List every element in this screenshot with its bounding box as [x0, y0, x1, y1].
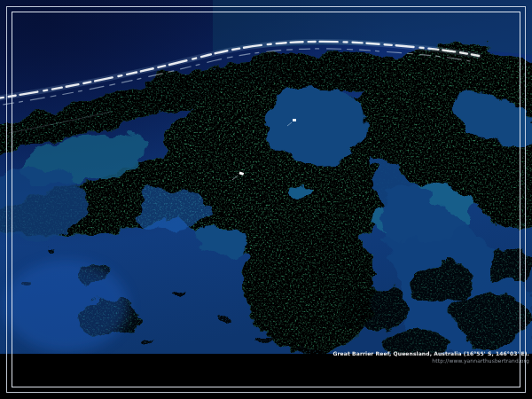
desktop-wallpaper: Great Barrier Reef, Queensland, Australi…: [0, 0, 532, 399]
photo-caption: Great Barrier Reef, Queensland, Australi…: [333, 350, 529, 364]
reef-photo-canvas: [0, 0, 532, 354]
caption-url: http://www.yannarthusbertrand.org: [333, 357, 529, 364]
reef-aerial-photo: [0, 0, 532, 354]
lagoon-glow: [4, 260, 129, 352]
caption-location: Great Barrier Reef, Queensland, Australi…: [333, 350, 529, 357]
